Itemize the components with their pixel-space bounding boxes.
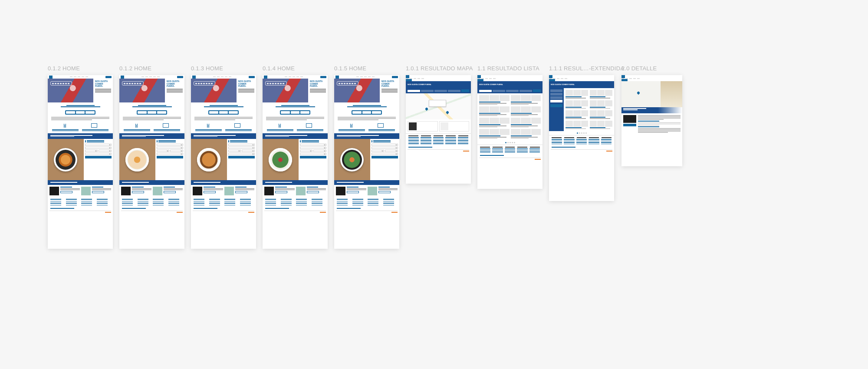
result-card[interactable] [566, 121, 589, 130]
artboard-home-3[interactable]: NOS GUSTA COMER FUERA. [191, 75, 256, 249]
detail-description [638, 115, 681, 133]
design-canvas[interactable]: 0.1.2 HOME NOS GUSTA COMER FUERA. [0, 0, 868, 369]
hero-search[interactable] [137, 110, 167, 115]
reserve-button[interactable] [92, 191, 104, 193]
cutlery-icon [135, 123, 141, 128]
dish-photo [48, 139, 84, 180]
hero-title: NOS GUSTA COMER FUERA. [95, 80, 111, 88]
field-time[interactable] [99, 150, 112, 152]
login-button[interactable] [177, 76, 183, 78]
intro-text [48, 117, 113, 121]
amex-band [48, 180, 113, 185]
result-card[interactable] [566, 90, 589, 99]
apply-button[interactable] [550, 104, 562, 107]
artboard-label: 0.1.2 HOME [48, 65, 113, 72]
field-location[interactable] [85, 144, 112, 146]
filter-bar [406, 88, 471, 93]
result-card[interactable] [511, 106, 541, 116]
result-card[interactable] [566, 110, 589, 119]
artboard-home-4[interactable]: NOS GUSTA COMER FUERA. [263, 75, 328, 249]
artboard-label: 2.0 DETALLE [621, 65, 682, 72]
artboard-result-map[interactable]: NOS GUSTA COMER FUERA. [406, 75, 471, 184]
result-card[interactable] [439, 121, 470, 132]
result-card[interactable] [566, 100, 589, 109]
restaurant-name [60, 187, 72, 188]
reserve-button[interactable] [623, 124, 636, 126]
search-button[interactable] [85, 156, 112, 158]
hero: NOS GUSTA COMER FUERA. [48, 79, 113, 102]
cutlery-icon [64, 123, 70, 128]
apply-button[interactable] [461, 89, 469, 92]
dish-search-panel [84, 139, 113, 180]
cuisine-band [48, 133, 113, 139]
footer-legal [49, 211, 111, 213]
card-icon [91, 123, 97, 128]
result-card[interactable] [590, 100, 613, 109]
field-people[interactable] [85, 153, 112, 155]
hero-search[interactable] [65, 110, 95, 115]
filter-pill[interactable] [434, 90, 447, 92]
result-hero: NOS GUSTA COMER FUERA. [406, 81, 471, 88]
field-cuisine[interactable] [85, 147, 112, 149]
result-card[interactable] [511, 129, 541, 139]
detail-hero [621, 81, 682, 107]
map-pin-icon[interactable] [446, 111, 449, 114]
login-button[interactable] [105, 76, 112, 78]
card-icon [163, 123, 169, 128]
filter-sidebar [549, 88, 564, 131]
restaurant-logo [623, 115, 636, 123]
result-card[interactable] [511, 95, 541, 105]
artboard-home-1[interactable]: NOS GUSTA COMER FUERA. [48, 75, 113, 249]
detail-photo [661, 81, 682, 107]
artboard-label: 0.1.4 HOME [263, 65, 328, 72]
detail-title-band [621, 107, 682, 113]
search-button[interactable] [157, 156, 184, 158]
map[interactable] [406, 93, 471, 119]
filter-pill[interactable] [448, 90, 460, 92]
result-card[interactable] [479, 118, 510, 128]
artboard-label: 0.1.3 HOME [191, 65, 256, 72]
artboard-label: 1.1.1 RESUL…-EXTENDIDA [549, 65, 624, 72]
value-props [48, 121, 113, 129]
map-popup[interactable] [429, 100, 446, 107]
filter-pill[interactable] [421, 90, 434, 92]
artboard-home-5[interactable]: NOS GUSTA COMER FUERA. [334, 75, 399, 249]
restaurant-thumb [81, 187, 91, 195]
footer-brand [48, 207, 113, 210]
hero-tagline [48, 102, 113, 109]
pagination[interactable] [549, 131, 614, 135]
reserve-button[interactable] [60, 191, 72, 193]
hero-script-logo [50, 81, 72, 86]
result-card[interactable] [590, 90, 613, 99]
artboard-label: 0.1.5 HOME [334, 65, 399, 72]
result-card[interactable] [590, 121, 613, 130]
result-card[interactable] [511, 118, 541, 128]
artboard-label: 0.1.2 HOME [119, 65, 184, 72]
topnav [70, 76, 88, 77]
artboard-home-2[interactable]: NOS GUSTA COMER FUERA. [119, 75, 184, 249]
field-date[interactable] [85, 150, 98, 152]
filter-pill[interactable] [408, 90, 420, 92]
artboard-result-list[interactable]: NOS GUSTA COMER FUERA. [477, 75, 542, 189]
restaurant-name [92, 187, 104, 188]
map-pin-icon[interactable] [425, 107, 428, 111]
logo-icon [49, 76, 53, 79]
footer-links [48, 197, 113, 207]
result-card[interactable] [408, 121, 438, 132]
result-card[interactable] [479, 106, 510, 116]
topbar [48, 75, 113, 79]
result-card[interactable] [590, 110, 613, 119]
detail-map[interactable] [621, 81, 661, 107]
result-card[interactable] [479, 95, 510, 105]
artboard-detail[interactable] [621, 75, 682, 166]
pagination[interactable] [477, 141, 542, 145]
footer [406, 133, 471, 146]
artboard-label: 1.1 RESULTADO LISTA [477, 65, 542, 72]
restaurant-thumb [49, 187, 59, 195]
artboard-result-ext[interactable]: NOS GUSTA COMER FUERA. [549, 75, 614, 201]
result-card[interactable] [479, 129, 510, 139]
artboard-label: 1.0.1 RESULTADO MAPA [406, 65, 473, 72]
